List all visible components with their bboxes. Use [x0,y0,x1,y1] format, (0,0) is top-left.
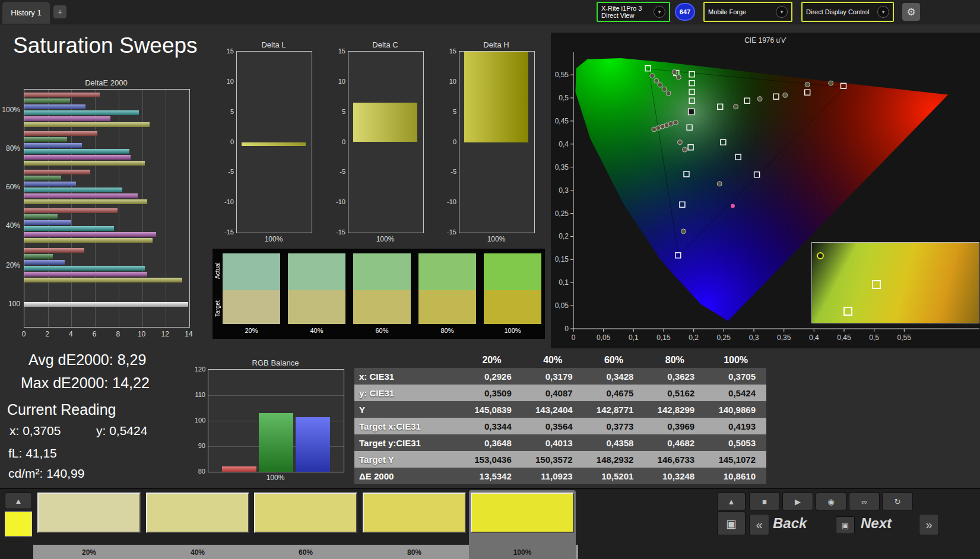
chevron-down-icon[interactable]: ▾ [877,6,889,18]
axis-tick-label: 80% [0,144,20,153]
deltae-bar [24,302,188,307]
source-selector[interactable]: Mobile Forge ▾ [703,2,792,22]
axis-tick-label: 15 [443,47,456,55]
continuous-measure-button[interactable]: ∞ [849,493,880,510]
table-header-row: 20%40%60%80%100% [354,352,766,368]
swatch-column: 20% [223,253,280,338]
cie-1976-chart: CIE 1976 u'v' 00,050,10,150,20,250,30,35… [551,33,980,348]
axis-tick-label: 10 [332,78,345,85]
deltae-bar [24,99,70,103]
deltae-bar [24,155,131,160]
next-fast-button[interactable]: » [919,514,939,535]
rgb-bar-green [259,413,293,472]
chevron-up-icon: ▲ [728,497,735,506]
axis-tick-label: 4 [69,330,73,338]
current-y-readout: y: 0,5424 [96,424,147,438]
saturation-level-button-20%[interactable]: 20% [36,490,142,559]
swatch-column: 80% [418,253,476,338]
table-cell: 0,3705 [705,371,766,382]
deltae-bar [24,248,84,253]
top-bar: History 1 + X-Rite i1Pro 3 Direct View ▾… [0,0,980,24]
stop-button[interactable]: ■ [749,493,780,510]
table-cell: 140,9869 [705,405,766,415]
deltae-bar [24,143,82,148]
saturation-level-button-60%[interactable]: 60% [252,490,359,559]
deltae-bar [24,238,153,243]
level-swatch [146,493,249,533]
table-cell: 146,6733 [644,455,705,465]
table-row-label: Target x:CIE31 [354,421,461,431]
actual-target-swatch-strip: ActualTarget20%40%60%80%100% [213,249,545,339]
table-row-label: ΔE 2000 [354,471,461,481]
back-fast-button[interactable]: « [749,514,769,535]
axis-tick-label: 8 [116,330,120,338]
deltae-bar [24,122,150,127]
axis-tick-label: 110 [195,391,205,398]
table-cell: 0,3564 [522,421,583,431]
gear-icon[interactable]: ⚙ [902,3,920,21]
axis-tick-label: -5 [221,168,234,175]
tab-history-1[interactable]: History 1 [2,2,50,24]
meter-name: X-Rite i1Pro 3 Direct View [601,5,642,19]
display-control-selector[interactable]: Direct Display Control ▾ [801,2,894,22]
saturation-level-button-40%[interactable]: 40% [144,490,251,559]
svg-text:0,55: 0,55 [897,334,912,342]
chart-title: CIE 1976 u'v' [551,36,980,45]
chevron-down-icon[interactable]: ▾ [776,6,788,18]
swatch-label: 100% [484,327,541,334]
record-button[interactable]: ◉ [816,493,846,510]
axis-label: 100% [348,235,423,243]
level-label: 40% [144,548,251,557]
svg-text:0,5: 0,5 [869,334,879,342]
current-color-swatch [5,512,32,536]
level-label: 20% [36,548,142,557]
play-icon: ▶ [795,497,801,506]
table-cell: 143,2404 [522,405,583,415]
back-button[interactable]: Back [773,515,807,532]
deltae-bar [24,176,61,180]
play-button[interactable]: ▶ [782,493,813,510]
collapse-right-button[interactable]: ▲ [717,493,746,510]
deltae-bar [24,220,71,225]
next-button[interactable]: Next [861,515,892,532]
axis-tick-label: 10 [443,78,456,85]
deltae-bar [24,266,145,271]
meter-selector[interactable]: X-Rite i1Pro 3 Direct View ▾ [597,2,670,22]
bottom-bar: ▲ ▲ ▣ ■ ▶ ◉ ∞ ↻ « Back ▣ Next » 20%40%60… [0,488,980,559]
level-label: 80% [361,548,468,557]
swatch-label: 60% [353,327,411,334]
deltae-bar [24,232,156,237]
axis-tick-label: 2 [45,330,49,338]
chart-title: Delta C [348,40,423,49]
target-swatch [418,290,476,324]
refresh-button[interactable]: ↻ [882,493,913,510]
chevron-down-icon[interactable]: ▾ [654,6,665,18]
stop-frame-button[interactable]: ▣ [717,512,746,535]
svg-text:0,25: 0,25 [555,209,569,218]
deltae2000-chart: DeltaE 2000 100%80%60%40%20%100024681012… [0,78,208,347]
add-tab-button[interactable]: + [53,5,66,18]
rgb-bar-blue [296,417,330,472]
deltae-bar [24,110,139,115]
axis-tick-label: -5 [443,168,456,175]
axis-tick-label: 6 [93,330,97,338]
plot-area [24,89,190,328]
refresh-icon: ↻ [895,497,901,506]
stop-small-button[interactable]: ▣ [836,516,855,534]
table-cell: 0,5053 [705,438,766,448]
avg-de2000-readout: Avg dE2000: 8,29 [28,351,146,369]
target-row-label: Target [214,291,221,326]
axis-tick-label: 10 [138,330,145,338]
svg-text:0,1: 0,1 [559,278,569,287]
collapse-left-button[interactable]: ▲ [5,493,32,509]
deltae-bar [24,131,97,136]
table-cell: 0,3773 [583,421,645,431]
axis-tick-label: 15 [332,47,345,55]
axis-tick-label: 0 [332,138,345,145]
saturation-level-button-100%[interactable]: 100% [469,490,576,559]
saturation-level-button-80%[interactable]: 80% [361,490,468,559]
swatch-column: 60% [353,253,411,338]
table-cell: 150,3572 [522,455,583,465]
table-cell: 0,3648 [461,438,522,448]
svg-text:0,3: 0,3 [559,186,569,195]
